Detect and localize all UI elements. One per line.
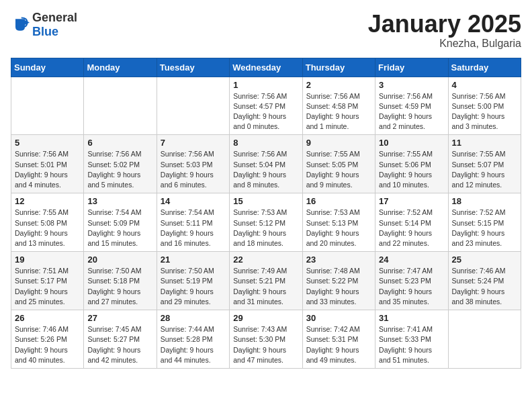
calendar-table: SundayMondayTuesdayWednesdayThursdayFrid…	[11, 58, 521, 369]
logo-text: General Blue	[32, 11, 77, 39]
day-info: Sunrise: 7:56 AM Sunset: 4:58 PM Dayligh…	[306, 91, 371, 132]
day-info: Sunrise: 7:43 AM Sunset: 5:30 PM Dayligh…	[233, 324, 298, 365]
calendar-cell: 31Sunrise: 7:41 AM Sunset: 5:33 PM Dayli…	[375, 310, 448, 369]
day-number: 8	[233, 138, 298, 148]
day-info: Sunrise: 7:53 AM Sunset: 5:12 PM Dayligh…	[233, 208, 298, 248]
day-number: 4	[452, 80, 517, 90]
day-info: Sunrise: 7:56 AM Sunset: 5:03 PM Dayligh…	[161, 149, 226, 190]
day-number: 1	[233, 80, 298, 90]
title-area: January 2025 Knezha, Bulgaria	[368, 11, 521, 50]
day-number: 21	[161, 255, 226, 265]
calendar-cell: 18Sunrise: 7:52 AM Sunset: 5:15 PM Dayli…	[448, 193, 521, 252]
weekday-header-monday: Monday	[84, 58, 157, 77]
calendar-cell: 14Sunrise: 7:54 AM Sunset: 5:11 PM Dayli…	[157, 193, 229, 252]
calendar-cell	[11, 77, 84, 135]
month-year-title: January 2025	[368, 11, 521, 38]
calendar-cell: 20Sunrise: 7:50 AM Sunset: 5:18 PM Dayli…	[84, 252, 157, 310]
day-number: 20	[87, 255, 152, 265]
day-number: 11	[452, 138, 517, 148]
day-number: 24	[379, 255, 444, 265]
calendar-cell: 21Sunrise: 7:50 AM Sunset: 5:19 PM Dayli…	[157, 252, 229, 310]
day-number: 7	[161, 138, 226, 148]
calendar-cell: 16Sunrise: 7:53 AM Sunset: 5:13 PM Dayli…	[302, 193, 375, 252]
calendar-cell: 23Sunrise: 7:48 AM Sunset: 5:22 PM Dayli…	[302, 252, 375, 310]
calendar-cell: 19Sunrise: 7:51 AM Sunset: 5:17 PM Dayli…	[11, 252, 84, 310]
calendar-cell: 26Sunrise: 7:46 AM Sunset: 5:26 PM Dayli…	[11, 310, 84, 369]
calendar-cell: 17Sunrise: 7:52 AM Sunset: 5:14 PM Dayli…	[375, 193, 448, 252]
day-info: Sunrise: 7:54 AM Sunset: 5:11 PM Dayligh…	[161, 208, 226, 248]
day-number: 29	[233, 313, 298, 323]
day-info: Sunrise: 7:46 AM Sunset: 5:26 PM Dayligh…	[15, 324, 80, 365]
day-number: 12	[15, 196, 80, 206]
calendar-cell	[84, 77, 157, 135]
weekday-header-sunday: Sunday	[11, 58, 84, 77]
day-number: 30	[306, 313, 371, 323]
day-info: Sunrise: 7:56 AM Sunset: 4:59 PM Dayligh…	[379, 91, 444, 132]
calendar-week-row: 26Sunrise: 7:46 AM Sunset: 5:26 PM Dayli…	[11, 310, 521, 369]
day-number: 13	[87, 196, 152, 206]
weekday-header-friday: Friday	[375, 58, 448, 77]
logo-blue: Blue	[32, 25, 58, 38]
day-number: 9	[306, 138, 371, 148]
day-info: Sunrise: 7:56 AM Sunset: 5:00 PM Dayligh…	[452, 91, 517, 132]
day-number: 25	[452, 255, 517, 265]
day-number: 10	[379, 138, 444, 148]
calendar-cell: 24Sunrise: 7:47 AM Sunset: 5:23 PM Dayli…	[375, 252, 448, 310]
day-info: Sunrise: 7:46 AM Sunset: 5:24 PM Dayligh…	[452, 266, 517, 307]
day-info: Sunrise: 7:41 AM Sunset: 5:33 PM Dayligh…	[379, 324, 444, 365]
day-number: 17	[379, 196, 444, 206]
day-number: 5	[15, 138, 80, 148]
day-info: Sunrise: 7:56 AM Sunset: 5:02 PM Dayligh…	[87, 149, 152, 190]
logo-general: General	[32, 11, 77, 24]
day-info: Sunrise: 7:55 AM Sunset: 5:07 PM Dayligh…	[452, 149, 517, 190]
day-info: Sunrise: 7:54 AM Sunset: 5:09 PM Dayligh…	[87, 208, 152, 248]
calendar-cell: 12Sunrise: 7:55 AM Sunset: 5:08 PM Dayli…	[11, 193, 84, 252]
calendar-cell: 29Sunrise: 7:43 AM Sunset: 5:30 PM Dayli…	[230, 310, 302, 369]
day-number: 15	[233, 196, 298, 206]
weekday-header-thursday: Thursday	[302, 58, 375, 77]
day-number: 23	[306, 255, 371, 265]
day-number: 28	[161, 313, 226, 323]
calendar-cell: 9Sunrise: 7:55 AM Sunset: 5:05 PM Daylig…	[302, 135, 375, 193]
day-info: Sunrise: 7:55 AM Sunset: 5:06 PM Dayligh…	[379, 149, 444, 190]
calendar-cell: 11Sunrise: 7:55 AM Sunset: 5:07 PM Dayli…	[448, 135, 521, 193]
day-info: Sunrise: 7:52 AM Sunset: 5:15 PM Dayligh…	[452, 208, 517, 248]
calendar-cell	[448, 310, 521, 369]
day-info: Sunrise: 7:55 AM Sunset: 5:05 PM Dayligh…	[306, 149, 371, 190]
day-info: Sunrise: 7:51 AM Sunset: 5:17 PM Dayligh…	[15, 266, 80, 307]
day-number: 31	[379, 313, 444, 323]
day-info: Sunrise: 7:50 AM Sunset: 5:18 PM Dayligh…	[87, 266, 152, 307]
calendar-cell: 1Sunrise: 7:56 AM Sunset: 4:57 PM Daylig…	[230, 77, 302, 135]
day-number: 22	[233, 255, 298, 265]
day-number: 26	[15, 313, 80, 323]
day-number: 19	[15, 255, 80, 265]
calendar-week-row: 12Sunrise: 7:55 AM Sunset: 5:08 PM Dayli…	[11, 193, 521, 252]
day-number: 2	[306, 80, 371, 90]
day-info: Sunrise: 7:47 AM Sunset: 5:23 PM Dayligh…	[379, 266, 444, 307]
day-number: 14	[161, 196, 226, 206]
calendar-cell: 10Sunrise: 7:55 AM Sunset: 5:06 PM Dayli…	[375, 135, 448, 193]
day-info: Sunrise: 7:49 AM Sunset: 5:21 PM Dayligh…	[233, 266, 298, 307]
weekday-header-saturday: Saturday	[448, 58, 521, 77]
calendar-cell: 28Sunrise: 7:44 AM Sunset: 5:28 PM Dayli…	[157, 310, 229, 369]
calendar-week-row: 19Sunrise: 7:51 AM Sunset: 5:17 PM Dayli…	[11, 252, 521, 310]
calendar-cell: 13Sunrise: 7:54 AM Sunset: 5:09 PM Dayli…	[84, 193, 157, 252]
calendar-cell: 22Sunrise: 7:49 AM Sunset: 5:21 PM Dayli…	[230, 252, 302, 310]
calendar-cell: 5Sunrise: 7:56 AM Sunset: 5:01 PM Daylig…	[11, 135, 84, 193]
day-number: 18	[452, 196, 517, 206]
day-info: Sunrise: 7:45 AM Sunset: 5:27 PM Dayligh…	[87, 324, 152, 365]
calendar-cell: 3Sunrise: 7:56 AM Sunset: 4:59 PM Daylig…	[375, 77, 448, 135]
day-info: Sunrise: 7:50 AM Sunset: 5:19 PM Dayligh…	[161, 266, 226, 307]
calendar-cell: 27Sunrise: 7:45 AM Sunset: 5:27 PM Dayli…	[84, 310, 157, 369]
day-number: 6	[87, 138, 152, 148]
calendar-cell: 7Sunrise: 7:56 AM Sunset: 5:03 PM Daylig…	[157, 135, 229, 193]
calendar-cell: 15Sunrise: 7:53 AM Sunset: 5:12 PM Dayli…	[230, 193, 302, 252]
calendar-cell: 2Sunrise: 7:56 AM Sunset: 4:58 PM Daylig…	[302, 77, 375, 135]
calendar-week-row: 5Sunrise: 7:56 AM Sunset: 5:01 PM Daylig…	[11, 135, 521, 193]
day-info: Sunrise: 7:53 AM Sunset: 5:13 PM Dayligh…	[306, 208, 371, 248]
weekday-header-wednesday: Wednesday	[230, 58, 302, 77]
day-info: Sunrise: 7:56 AM Sunset: 4:57 PM Dayligh…	[233, 91, 298, 132]
calendar-cell: 25Sunrise: 7:46 AM Sunset: 5:24 PM Dayli…	[448, 252, 521, 310]
day-info: Sunrise: 7:56 AM Sunset: 5:01 PM Dayligh…	[15, 149, 80, 190]
day-info: Sunrise: 7:55 AM Sunset: 5:08 PM Dayligh…	[15, 208, 80, 248]
